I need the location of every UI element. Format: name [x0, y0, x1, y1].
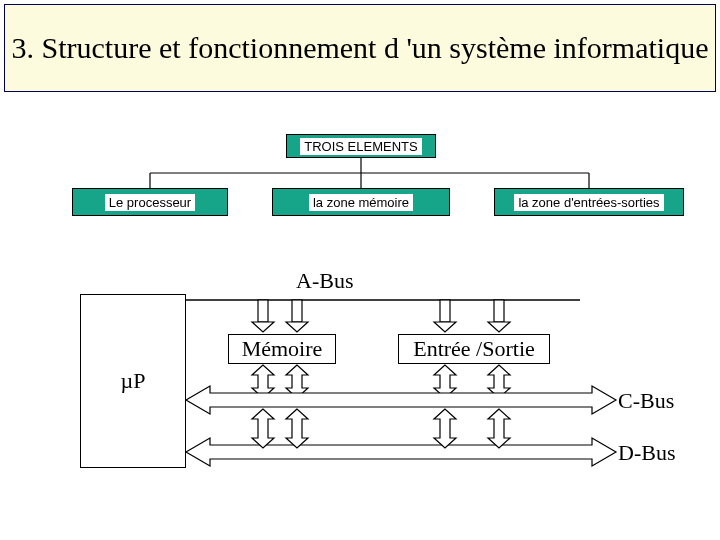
svg-marker-18 [186, 386, 616, 414]
svg-marker-7 [252, 322, 274, 332]
svg-marker-13 [488, 322, 510, 332]
svg-marker-9 [286, 322, 308, 332]
svg-rect-10 [440, 300, 450, 322]
io-box: Entrée /Sortie [398, 334, 550, 364]
svg-marker-20 [252, 409, 274, 448]
svg-marker-19 [186, 438, 616, 466]
cpu-box: µP [80, 294, 186, 468]
cpu-label: µP [121, 368, 146, 394]
svg-marker-22 [434, 409, 456, 448]
svg-marker-11 [434, 322, 456, 332]
cbus-label: C-Bus [618, 388, 674, 414]
io-label: Entrée /Sortie [413, 336, 535, 362]
abus-label: A-Bus [296, 268, 353, 294]
svg-rect-8 [292, 300, 302, 322]
svg-marker-23 [488, 409, 510, 448]
svg-rect-6 [258, 300, 268, 322]
svg-rect-12 [494, 300, 504, 322]
dbus-label: D-Bus [618, 440, 675, 466]
memory-label: Mémoire [242, 336, 323, 362]
memory-box: Mémoire [228, 334, 336, 364]
svg-marker-21 [286, 409, 308, 448]
